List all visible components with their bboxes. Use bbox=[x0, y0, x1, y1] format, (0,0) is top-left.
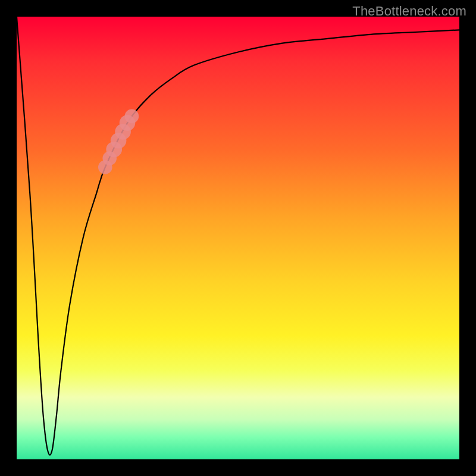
watermark-text: TheBottleneck.com bbox=[352, 4, 466, 19]
chart-svg bbox=[17, 17, 459, 459]
highlight-point bbox=[125, 109, 139, 124]
chart-frame: TheBottleneck.com bbox=[0, 0, 476, 476]
plot-area bbox=[17, 17, 459, 459]
bottleneck-curve bbox=[17, 17, 459, 455]
highlighted-points bbox=[98, 109, 139, 174]
